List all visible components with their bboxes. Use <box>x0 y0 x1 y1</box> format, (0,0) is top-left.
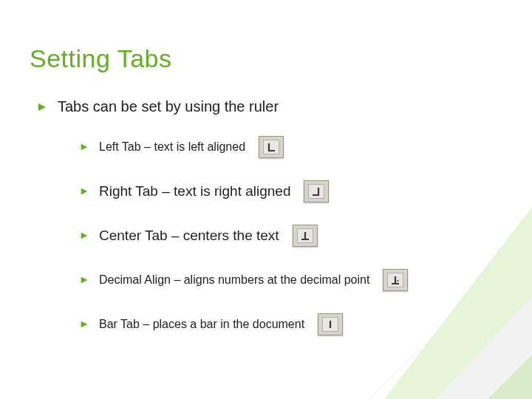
decimal-tab-icon <box>383 269 408 291</box>
bullet-main-text: Tabs can be set by using the ruler <box>58 98 279 115</box>
bullet-bar-tab: Bar Tab – places a bar in the document <box>80 313 502 335</box>
bullet-text: Decimal Align – aligns numbers at the de… <box>99 273 369 287</box>
arrow-bullet-icon <box>80 143 89 151</box>
bullet-text: Center Tab – centers the text <box>99 228 279 244</box>
bullet-text: Right Tab – text is right aligned <box>99 183 290 200</box>
svg-point-10 <box>398 280 399 282</box>
bullet-text: Left Tab – text is left aligned <box>99 140 245 154</box>
bullet-main: Tabs can be set by using the ruler <box>30 98 502 115</box>
svg-marker-5 <box>38 103 46 111</box>
arrow-bullet-icon <box>80 231 89 240</box>
arrow-bullet-icon <box>80 187 89 196</box>
bullet-center-tab: Center Tab – centers the text <box>80 225 502 247</box>
arrow-bullet-icon <box>80 320 89 329</box>
sub-bullet-list: Left Tab – text is left aligned Right Ta… <box>30 136 502 335</box>
svg-marker-7 <box>81 188 88 195</box>
bullet-right-tab: Right Tab – text is right aligned <box>80 180 502 202</box>
svg-marker-8 <box>81 233 88 239</box>
left-tab-icon <box>259 136 284 158</box>
bar-tab-icon <box>318 313 343 335</box>
bullet-text: Bar Tab – places a bar in the document <box>99 318 304 331</box>
arrow-bullet-icon <box>37 102 47 112</box>
svg-marker-6 <box>81 144 88 151</box>
svg-marker-11 <box>81 321 88 328</box>
slide-title: Setting Tabs <box>30 44 502 73</box>
bullet-left-tab: Left Tab – text is left aligned <box>80 136 502 158</box>
center-tab-icon <box>293 225 318 247</box>
arrow-bullet-icon <box>80 276 89 284</box>
right-tab-icon <box>304 180 329 202</box>
bullet-decimal-tab: Decimal Align – aligns numbers at the de… <box>80 269 502 291</box>
svg-marker-9 <box>81 277 88 284</box>
